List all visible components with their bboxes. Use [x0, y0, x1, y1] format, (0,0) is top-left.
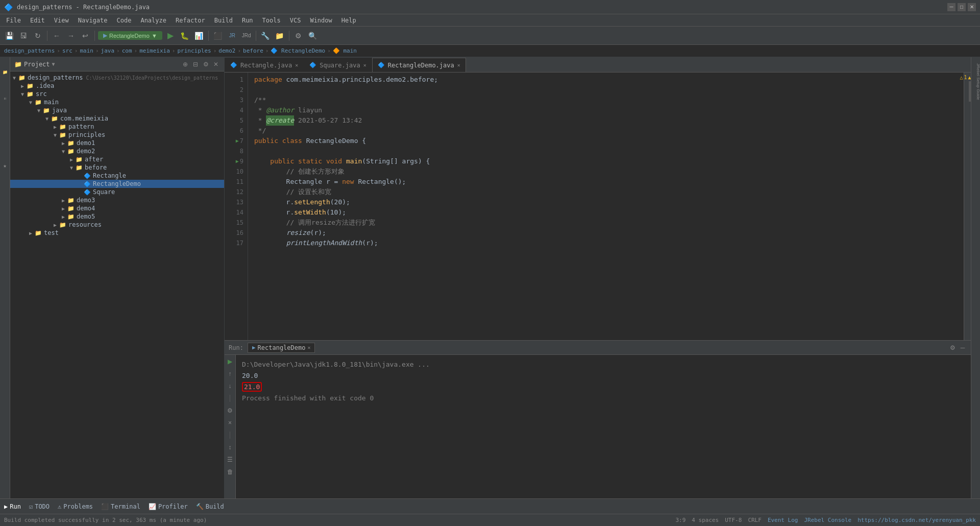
- encoding[interactable]: UTF-8: [725, 517, 742, 523]
- breadcrumb-meimeixia[interactable]: meimeixia: [139, 47, 170, 54]
- clear-btn[interactable]: 🗑: [226, 467, 235, 476]
- menu-edit[interactable]: Edit: [26, 16, 49, 25]
- run-gutter-9[interactable]: ▶: [236, 156, 239, 166]
- tree-item-rectangle-demo[interactable]: ▶ 🔷 RectangleDemo: [10, 180, 224, 188]
- tree-item-before[interactable]: ▼ 📁 before: [10, 163, 224, 172]
- tool-problems[interactable]: ⚠ Problems: [58, 503, 93, 510]
- toolbar-forward-btn[interactable]: →: [65, 30, 77, 42]
- close-button[interactable]: ✕: [968, 3, 976, 11]
- filter-btn[interactable]: ☰: [226, 455, 235, 464]
- tree-item-square[interactable]: ▶ 🔷 Square: [10, 188, 224, 196]
- close-output-btn[interactable]: ×: [226, 418, 235, 427]
- sort-btn[interactable]: ↕: [226, 443, 235, 452]
- locate-file-btn[interactable]: ⊕: [181, 60, 189, 68]
- tool-run[interactable]: ▶ Run: [4, 503, 21, 510]
- sdk-setup-btn[interactable]: 🔧: [259, 30, 272, 42]
- jrebel-console-link[interactable]: JRebel Console: [804, 517, 851, 523]
- tree-item-com[interactable]: ▼ 📁 com.meimeixia: [10, 114, 224, 123]
- menu-vcs[interactable]: VCS: [286, 16, 305, 25]
- tab-square-close[interactable]: ✕: [363, 62, 366, 68]
- tree-item-src[interactable]: ▼ 📁 src: [10, 90, 224, 98]
- toolbar-save-btn[interactable]: 💾: [3, 30, 15, 42]
- tool-todo[interactable]: ☑ TODO: [29, 503, 50, 510]
- breadcrumb-design-patterns[interactable]: design_patterns: [4, 47, 55, 54]
- coverage-button[interactable]: 📊: [193, 30, 205, 42]
- menu-code[interactable]: Code: [113, 16, 136, 25]
- tree-item-demo4[interactable]: ▶ 📁 demo4: [10, 204, 224, 212]
- breadcrumb-main-method[interactable]: 🔶 main: [333, 47, 357, 54]
- tool-build[interactable]: 🔨 Build: [196, 503, 224, 510]
- menu-file[interactable]: File: [2, 16, 25, 25]
- menu-refactor[interactable]: Refactor: [172, 16, 209, 25]
- project-tool-button[interactable]: 📁: [1, 59, 10, 85]
- search-everywhere-btn[interactable]: 🔍: [307, 30, 319, 42]
- event-log-link[interactable]: Event Log: [768, 517, 798, 523]
- rebel-setup-guide-btn[interactable]: JRebel Setup Guide: [971, 59, 981, 104]
- tree-item-pattern[interactable]: ▶ 📁 pattern: [10, 123, 224, 131]
- menu-help[interactable]: Help: [337, 16, 360, 25]
- code-content[interactable]: package com.meimeixia.principles.demo2.b…: [248, 73, 964, 340]
- menu-window[interactable]: Window: [306, 16, 336, 25]
- tab-rectangle-demo-close[interactable]: ✕: [457, 62, 460, 68]
- tab-rectangle-close[interactable]: ✕: [295, 62, 298, 68]
- run-panel-tab[interactable]: ▶ RectangleDemo ✕: [248, 343, 315, 353]
- menu-tools[interactable]: Tools: [258, 16, 285, 25]
- debug-button[interactable]: 🐛: [179, 30, 191, 42]
- toolbar-undo-btn[interactable]: ↩: [79, 30, 91, 42]
- tree-item-idea[interactable]: ▶ 📁 .idea: [10, 82, 224, 90]
- jrebel-btn[interactable]: JR: [226, 30, 238, 42]
- tree-item-rectangle[interactable]: ▶ 🔷 Rectangle: [10, 172, 224, 180]
- tree-item-principles[interactable]: ▼ 📁 principles: [10, 131, 224, 139]
- tree-item-demo1[interactable]: ▶ 📁 demo1: [10, 139, 224, 147]
- structure-tool-button[interactable]: ≡: [1, 86, 10, 111]
- settings-run-btn[interactable]: ⚙: [226, 406, 235, 415]
- run-gutter-7[interactable]: ▶: [236, 136, 239, 146]
- collapse-all-btn[interactable]: ⊟: [191, 60, 200, 68]
- tab-square[interactable]: 🔷 Square.java ✕: [304, 58, 372, 72]
- tab-rectangle-demo[interactable]: 🔷 RectangleDemo.java ✕: [372, 58, 466, 72]
- run-again-btn[interactable]: ▶: [226, 357, 235, 366]
- tree-root[interactable]: ▼ 📁 design_patterns C:\Users\32120\IdeaP…: [10, 74, 224, 82]
- run-config-selector[interactable]: ▶ RectangleDemo ▼: [98, 31, 162, 40]
- tree-item-demo2[interactable]: ▼ 📁 demo2: [10, 147, 224, 155]
- toolbar-back-btn[interactable]: ←: [51, 30, 63, 42]
- toolbar-sync-btn[interactable]: ↻: [32, 30, 44, 42]
- panel-minimize-btn[interactable]: ─: [959, 344, 967, 352]
- favorites-tool-button[interactable]: ★: [1, 153, 10, 179]
- run-button[interactable]: ▶: [164, 30, 177, 42]
- project-structure-btn[interactable]: 📁: [274, 30, 286, 42]
- breadcrumb-com[interactable]: com: [122, 47, 132, 54]
- breadcrumb-main[interactable]: main: [80, 47, 93, 54]
- tree-item-test[interactable]: ▶ 📁 test: [10, 229, 224, 237]
- tree-item-after[interactable]: ▶ 📁 after: [10, 155, 224, 163]
- stop-button[interactable]: ⬛: [212, 30, 224, 42]
- toolbar-save-all-btn[interactable]: 🖫: [17, 30, 30, 42]
- breadcrumb-src[interactable]: src: [62, 47, 72, 54]
- tool-terminal[interactable]: ⬛ Terminal: [101, 503, 140, 510]
- tool-profiler[interactable]: 📈 Profiler: [149, 503, 188, 510]
- breadcrumb-rectangle-demo[interactable]: 🔷 RectangleDemo: [271, 47, 325, 54]
- spaces[interactable]: 4 spaces: [692, 517, 719, 523]
- breadcrumb-before[interactable]: before: [243, 47, 263, 54]
- menu-analyze[interactable]: Analyze: [136, 16, 170, 25]
- line-sep[interactable]: CRLF: [748, 517, 762, 523]
- menu-view[interactable]: View: [50, 16, 73, 25]
- breadcrumb-principles[interactable]: principles: [177, 47, 211, 54]
- tree-item-java[interactable]: ▼ 📁 java: [10, 106, 224, 114]
- rerun-btn[interactable]: ↑: [226, 369, 235, 378]
- cursor-position[interactable]: 3:9: [675, 517, 685, 523]
- menu-build[interactable]: Build: [210, 16, 237, 25]
- tree-item-demo5[interactable]: ▶ 📁 demo5: [10, 212, 224, 221]
- run-tab-close[interactable]: ✕: [307, 345, 310, 350]
- csdn-url-link[interactable]: https://blog.csdn.net/yerenyuan_pkk: [857, 517, 976, 523]
- menu-run[interactable]: Run: [238, 16, 257, 25]
- tree-item-main[interactable]: ▼ 📁 main: [10, 98, 224, 106]
- panel-settings-btn[interactable]: ⚙: [202, 60, 210, 68]
- minimize-button[interactable]: ─: [947, 3, 955, 11]
- tab-rectangle[interactable]: 🔷 Rectangle.java ✕: [225, 58, 304, 72]
- stop-run-btn[interactable]: ↓: [226, 381, 235, 391]
- breadcrumb-demo2[interactable]: demo2: [218, 47, 235, 54]
- hide-panel-btn[interactable]: ✕: [212, 60, 220, 68]
- tree-item-demo3[interactable]: ▶ 📁 demo3: [10, 196, 224, 204]
- maximize-button[interactable]: □: [958, 3, 966, 11]
